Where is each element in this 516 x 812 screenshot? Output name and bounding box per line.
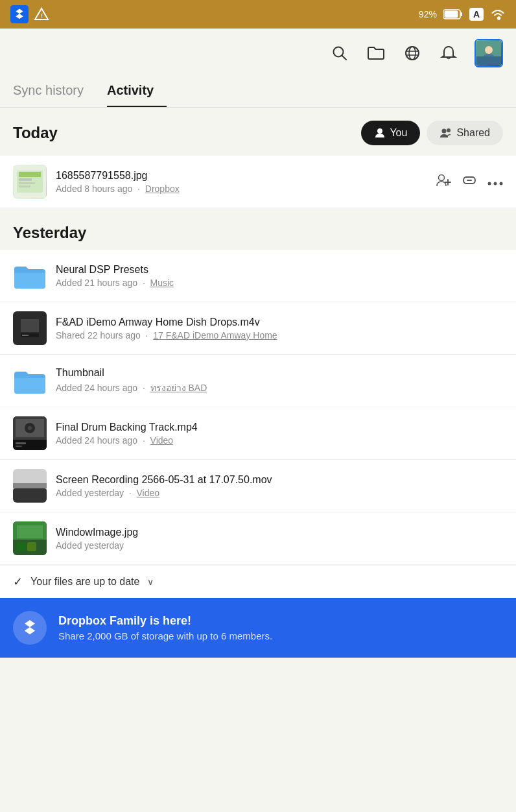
svg-rect-22 <box>19 182 35 184</box>
svg-point-28 <box>488 182 491 185</box>
wifi-icon <box>490 8 506 21</box>
svg-rect-40 <box>13 440 47 450</box>
file-thumbnail <box>13 416 47 450</box>
tab-sync-history[interactable]: Sync history <box>13 75 97 107</box>
file-thumbnail <box>13 259 47 293</box>
today-section-header: Today You Shared <box>0 108 516 156</box>
list-item[interactable]: WindowImage.jpg Added yesterday <box>0 512 516 565</box>
svg-point-8 <box>409 47 416 60</box>
location-link[interactable]: Video <box>137 488 160 498</box>
promo-banner[interactable]: Dropbox Family is here! Share 2,000 GB o… <box>0 598 516 658</box>
svg-point-30 <box>500 182 503 185</box>
file-name: WindowImage.jpg <box>56 527 503 538</box>
alert-icon: ! <box>34 6 49 22</box>
file-info: Final Drum Backing Track.mp4 Added 24 ho… <box>56 422 503 446</box>
file-info: 1685587791558.jpg Added 8 hours ago · Dr… <box>56 170 428 194</box>
window-image-preview <box>13 521 47 555</box>
file-thumbnail <box>13 364 47 398</box>
file-meta: Added 24 hours ago · ทรงอย่าง BAD <box>56 381 503 395</box>
tab-activity[interactable]: Activity <box>107 75 167 107</box>
screen-recording-preview <box>13 469 47 503</box>
search-button[interactable] <box>329 43 350 64</box>
folder-icon <box>13 261 47 290</box>
folder-button[interactable] <box>366 43 386 64</box>
promo-text: Dropbox Family is here! Share 2,000 GB o… <box>58 614 272 641</box>
file-info: WindowImage.jpg Added yesterday <box>56 527 503 551</box>
person-icon <box>374 127 386 139</box>
keyboard-indicator: A <box>469 8 484 21</box>
content-area: Today You Shared <box>0 108 516 658</box>
file-thumbnail <box>13 311 47 345</box>
svg-rect-20 <box>19 172 41 177</box>
svg-point-39 <box>28 426 32 430</box>
file-info: F&AD iDemo Amway Home Dish Drops.m4v Sha… <box>56 316 503 340</box>
share-link-icon[interactable] <box>462 173 477 191</box>
file-name: Final Drum Backing Track.mp4 <box>56 422 503 433</box>
svg-rect-34 <box>22 335 29 336</box>
svg-rect-4 <box>444 11 458 18</box>
list-item[interactable]: Screen Recording 2566-05-31 at 17.07.50.… <box>0 460 516 512</box>
status-bar: ! 92% A <box>0 0 516 29</box>
avatar-button[interactable] <box>475 39 503 67</box>
globe-button[interactable] <box>402 43 423 64</box>
svg-point-7 <box>406 47 419 60</box>
battery-level: 92% <box>419 9 437 19</box>
chevron-down-icon[interactable]: ∨ <box>147 577 154 587</box>
file-name: Screen Recording 2566-05-31 at 17.07.50.… <box>56 474 503 486</box>
svg-rect-23 <box>19 185 30 187</box>
file-name: Thumbnail <box>56 367 503 379</box>
sync-status-text: Your files are up to date <box>30 576 139 588</box>
today-files-list: 1685587791558.jpg Added 8 hours ago · Dr… <box>0 156 516 208</box>
svg-rect-45 <box>13 488 47 503</box>
location-link[interactable]: Dropbox <box>145 184 180 194</box>
file-actions <box>436 173 503 191</box>
file-info: Screen Recording 2566-05-31 at 17.07.50.… <box>56 474 503 498</box>
dropbox-status-icon <box>10 5 29 23</box>
file-name: 1685587791558.jpg <box>56 170 428 182</box>
file-meta: Added 24 hours ago · Video <box>56 435 503 446</box>
location-link[interactable]: Music <box>150 278 174 288</box>
svg-rect-41 <box>16 442 26 444</box>
you-filter-button[interactable]: You <box>361 121 420 145</box>
bell-button[interactable] <box>438 43 459 64</box>
list-item[interactable]: Final Drum Backing Track.mp4 Added 24 ho… <box>0 407 516 460</box>
list-item[interactable]: F&AD iDemo Amway Home Dish Drops.m4v Sha… <box>0 302 516 355</box>
more-options-icon[interactable] <box>487 174 503 189</box>
today-title: Today <box>13 124 58 142</box>
svg-rect-21 <box>19 178 32 181</box>
svg-point-24 <box>439 174 445 180</box>
video-preview <box>13 416 47 450</box>
location-link[interactable]: 17 F&AD iDemo Amway Home <box>153 330 277 340</box>
video-preview <box>18 316 41 340</box>
shared-filter-button[interactable]: Shared <box>427 121 503 145</box>
svg-line-6 <box>342 56 347 60</box>
file-name: Neural DSP Presets <box>56 264 503 276</box>
svg-rect-50 <box>17 525 43 538</box>
shared-icon <box>440 127 452 139</box>
file-meta: Added yesterday <box>56 540 503 551</box>
svg-rect-49 <box>27 542 36 551</box>
svg-rect-32 <box>21 319 39 332</box>
location-link[interactable]: ทรงอย่าง BAD <box>150 383 207 393</box>
file-thumbnail <box>13 469 47 503</box>
image-preview <box>14 165 46 198</box>
promo-title: Dropbox Family is here! <box>58 614 272 628</box>
list-item[interactable]: Neural DSP Presets Added 21 hours ago · … <box>0 250 516 302</box>
file-thumbnail <box>13 521 47 555</box>
file-info: Thumbnail Added 24 hours ago · ทรงอย่าง … <box>56 367 503 395</box>
list-item[interactable]: 1685587791558.jpg Added 8 hours ago · Dr… <box>0 156 516 208</box>
svg-point-29 <box>494 182 497 185</box>
svg-rect-42 <box>16 446 22 447</box>
svg-text:!: ! <box>41 12 43 19</box>
yesterday-files-list: Neural DSP Presets Added 21 hours ago · … <box>0 250 516 565</box>
yesterday-title: Yesterday <box>0 208 516 250</box>
file-thumbnail <box>13 165 47 198</box>
file-name: F&AD iDemo Amway Home Dish Drops.m4v <box>56 316 503 328</box>
add-person-icon[interactable] <box>436 173 451 191</box>
dropbox-promo-logo <box>13 611 47 645</box>
filter-buttons: You Shared <box>361 121 503 145</box>
location-link[interactable]: Video <box>150 435 174 446</box>
battery-icon <box>443 9 463 19</box>
file-meta: Shared 22 hours ago · 17 F&AD iDemo Amwa… <box>56 330 503 340</box>
list-item[interactable]: Thumbnail Added 24 hours ago · ทรงอย่าง … <box>0 355 516 407</box>
